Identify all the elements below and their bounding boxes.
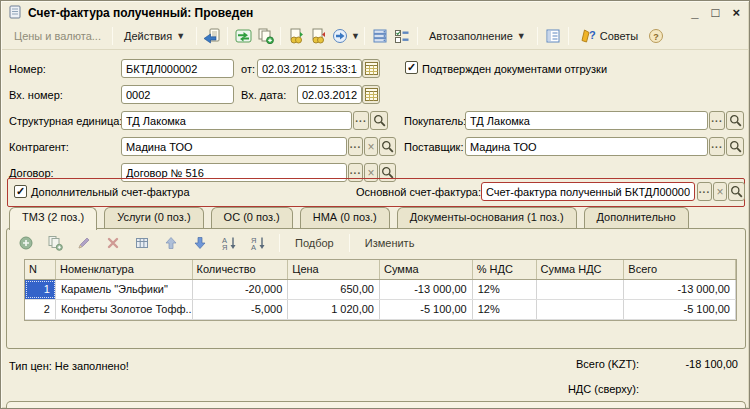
number-field[interactable] (121, 59, 234, 78)
toolbar-separator (568, 27, 569, 45)
tab-2[interactable]: ОС (0 поз.) (211, 207, 293, 229)
incoming-number-label: Вх. номер: (9, 89, 63, 101)
supplier-field[interactable] (465, 137, 708, 156)
column-header-5[interactable]: % НДС (473, 260, 537, 279)
delete-row-icon[interactable] (102, 233, 124, 253)
tab-4[interactable]: Документы-основания (1 поз.) (397, 207, 577, 229)
select-ellipsis-icon[interactable]: ... (697, 182, 712, 201)
magnifier-icon[interactable] (379, 137, 396, 156)
column-header-4[interactable]: Сумма (380, 260, 473, 279)
go-to-icon[interactable] (329, 26, 351, 46)
minimize-button[interactable]: _ (691, 6, 698, 20)
table-cell[interactable]: -5,000 (193, 300, 289, 319)
magnifier-icon[interactable] (370, 111, 388, 130)
prices-currency-button[interactable]: Цены и валюта... (7, 26, 108, 46)
tab-panel: АЯЯА Подбор Изменить NНоменклатураКоличе… (6, 228, 746, 349)
report-icon[interactable] (542, 26, 564, 46)
cancel-posting-icon[interactable] (307, 26, 329, 46)
column-header-6[interactable]: Сумма НДС (537, 260, 625, 279)
tab-1[interactable]: Услуги (0 поз.) (104, 207, 203, 229)
additional-invoice-label: Дополнительный счет-фактура (31, 186, 190, 198)
confirmed-checkbox[interactable]: ✓ (405, 61, 418, 74)
magnifier-icon[interactable] (726, 111, 744, 130)
pick-button[interactable]: Подбор (290, 234, 339, 252)
end-edit-icon[interactable] (131, 233, 153, 253)
table-row[interactable]: 1Карамель "Эльфики"-20,000650,00-13 000,… (25, 280, 736, 300)
select-ellipsis-icon[interactable]: ... (709, 111, 725, 130)
table-cell[interactable]: -5 100,00 (624, 300, 736, 319)
edit-row-icon[interactable] (73, 233, 95, 253)
copy-create-icon[interactable] (254, 26, 276, 46)
table-cell[interactable]: -13 000,00 (380, 280, 473, 299)
maximize-button[interactable]: □ (712, 6, 720, 20)
tab-3[interactable]: НМА (0 поз.) (300, 207, 390, 229)
document-structure-icon[interactable] (369, 26, 391, 46)
tab-0[interactable]: ТМЗ (2 поз.) (9, 207, 97, 230)
toolbar-separator (227, 27, 228, 45)
table-cell[interactable] (537, 300, 625, 319)
tips-icon: ? (580, 27, 596, 45)
main-toolbar: Цены и валюта... Действия▼ ▼ Автозаполне… (2, 23, 748, 50)
calendar-icon[interactable] (362, 85, 380, 104)
move-down-icon[interactable] (189, 233, 211, 253)
table-cell[interactable]: 1 020,00 (288, 300, 380, 319)
select-ellipsis-icon[interactable]: ... (353, 111, 369, 130)
toolbar-separator (280, 27, 281, 45)
actions-menu-button[interactable]: Действия▼ (117, 26, 192, 46)
tips-button[interactable]: ?Советы (573, 23, 645, 49)
change-button[interactable]: Изменить (360, 234, 420, 252)
main-invoice-field[interactable] (481, 182, 695, 201)
table-cell[interactable]: -13 000,00 (624, 280, 736, 299)
table-cell[interactable]: Конфеты Золотое Тофф... (56, 300, 193, 319)
chevron-down-icon[interactable]: ▼ (351, 31, 360, 41)
select-ellipsis-icon[interactable]: ... (348, 137, 363, 156)
table-cell[interactable] (537, 280, 625, 299)
column-header-3[interactable]: Цена (288, 260, 380, 279)
table-cell[interactable]: 12% (473, 300, 537, 319)
table-cell[interactable]: Карамель "Эльфики" (56, 280, 193, 299)
column-header-1[interactable]: Номенклатура (56, 260, 193, 279)
table-cell[interactable]: 12% (473, 280, 537, 299)
structural-unit-field[interactable] (121, 111, 352, 130)
copy-row-icon[interactable] (44, 233, 66, 253)
help-icon[interactable]: ? (645, 26, 667, 46)
items-table: NНоменклатураКоличествоЦенаСумма% НДССум… (24, 259, 737, 321)
incoming-number-field[interactable] (121, 85, 234, 104)
tab-5[interactable]: Дополнительно (584, 207, 689, 229)
table-cell[interactable]: 1 (25, 280, 56, 299)
date-label: от: (241, 63, 255, 75)
table-cell[interactable]: 2 (25, 300, 56, 319)
magnifier-icon[interactable] (728, 182, 745, 201)
buyer-field[interactable] (465, 111, 708, 130)
table-cell[interactable]: -5 100,00 (380, 300, 473, 319)
document-movements-icon[interactable] (285, 26, 307, 46)
add-row-icon[interactable] (15, 233, 37, 253)
move-up-icon[interactable] (160, 233, 182, 253)
magnifier-icon[interactable] (726, 137, 744, 156)
additional-invoice-checkbox[interactable]: ✓ (14, 185, 27, 198)
incoming-date-field[interactable] (297, 85, 362, 104)
clear-icon[interactable]: × (713, 182, 727, 201)
table-row[interactable]: 2Конфеты Золотое Тофф...-5,0001 020,00-5… (25, 300, 736, 320)
sort-asc-icon[interactable]: АЯ (218, 233, 240, 253)
post-document-icon[interactable] (232, 26, 254, 46)
incoming-date-label: Вх. дата: (241, 89, 286, 101)
select-ellipsis-icon[interactable]: ... (709, 137, 725, 156)
structural-unit-label: Структурная единица: (9, 115, 122, 127)
write-document-icon[interactable] (201, 26, 223, 46)
column-header-7[interactable]: Всего (624, 260, 736, 279)
table-cell[interactable]: -20,000 (193, 280, 289, 299)
close-button[interactable]: × (732, 6, 740, 20)
table-cell[interactable]: 650,00 (288, 280, 380, 299)
clear-icon[interactable]: × (364, 137, 378, 156)
sort-desc-icon[interactable]: ЯА (247, 233, 269, 253)
column-header-2[interactable]: Количество (193, 260, 289, 279)
title-bar: Счет-фактура полученный: Проведен _ □ × (2, 2, 748, 23)
column-header-0[interactable]: N (25, 260, 56, 279)
calendar-icon[interactable] (362, 59, 380, 78)
autofill-menu-button[interactable]: Автозаполнение▼ (422, 26, 533, 46)
svg-text:?: ? (653, 32, 659, 42)
contractor-field[interactable] (121, 137, 347, 156)
date-field[interactable] (257, 59, 362, 78)
settings-list-icon[interactable] (391, 26, 413, 46)
